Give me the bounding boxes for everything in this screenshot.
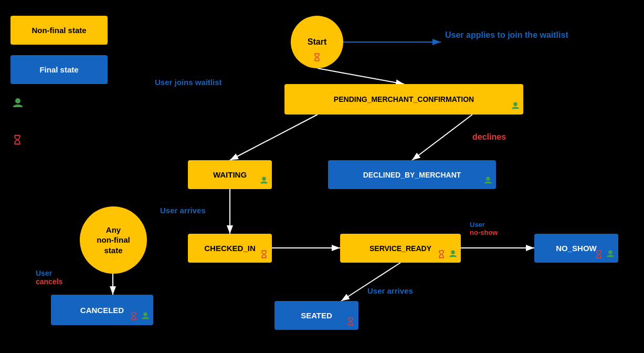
state-seated-label: SEATED [301,311,332,320]
state-waiting: WAITING [188,160,272,189]
state-waiting-label: WAITING [213,170,247,179]
svg-point-12 [513,102,518,107]
state-no-show: NO_SHOW [534,234,618,263]
state-service-ready-label: SERVICE_READY [369,244,431,253]
svg-line-8 [341,263,400,301]
state-canceled-label: CANCELED [80,306,124,315]
state-any-nonfinal: Any non-final state [80,206,147,274]
svg-line-2 [318,68,404,84]
svg-point-11 [15,98,20,103]
label-user-joins: User joins waitlist [155,78,222,87]
svg-point-15 [451,251,455,255]
svg-point-17 [143,313,147,317]
state-no-show-label: NO_SHOW [556,244,597,253]
state-declined: DECLINED_BY_MERCHANT [328,160,496,189]
state-pending-label: PENDING_MERCHANT_CONFIRMATION [334,95,474,103]
state-any-nonfinal-label: Any non-final state [97,225,130,256]
svg-line-3 [230,115,318,160]
label-user-applies: User applies to join the waitlist [445,30,568,40]
label-user-no-show: User no-show [470,221,498,236]
svg-line-4 [412,115,472,160]
state-service-ready: SERVICE_READY [340,234,461,263]
state-checked-in: CHECKED_IN [188,234,272,263]
state-start: Start [291,16,343,68]
label-declines: declines [472,132,506,142]
legend-non-final-label: Non-final state [31,26,86,35]
state-declined-label: DECLINED_BY_MERCHANT [363,171,461,179]
state-checked-in-label: CHECKED_IN [204,244,256,253]
legend-final: Final state [10,55,108,84]
state-pending: PENDING_MERCHANT_CONFIRMATION [284,84,523,115]
state-seated: SEATED [275,301,358,330]
legend-non-final: Non-final state [10,16,108,45]
legend-person-icon [12,97,24,112]
legend-final-label: Final state [39,65,78,74]
svg-point-14 [486,177,490,181]
svg-point-13 [262,177,266,181]
state-canceled: CANCELED [51,295,153,325]
label-user-arrives-2: User arrives [367,286,413,295]
label-user-cancels: User cancels [36,269,62,286]
label-user-arrives-1: User arrives [160,206,206,215]
state-start-label: Start [308,37,326,47]
legend-hourglass-icon [12,134,23,148]
svg-point-16 [608,251,613,255]
